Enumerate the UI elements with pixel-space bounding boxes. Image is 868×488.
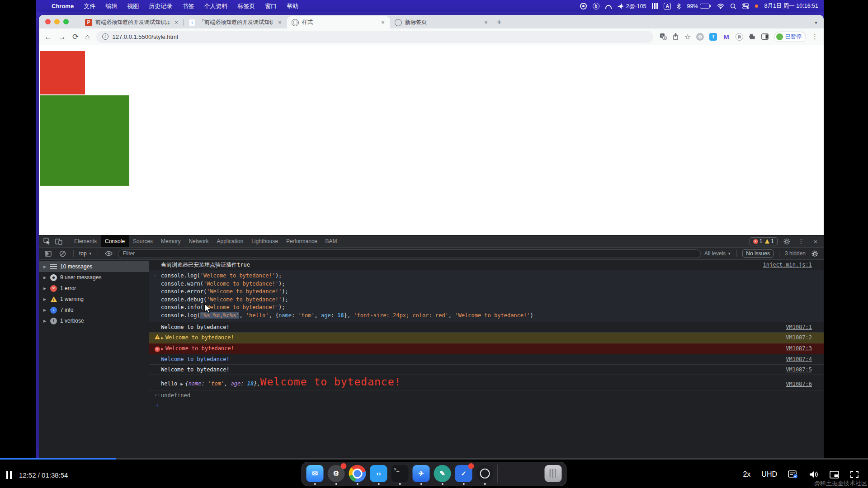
dock-system-app[interactable]: ⚙: [328, 465, 345, 482]
dock-messages-app[interactable]: ✉: [307, 465, 324, 482]
browser-menu-dots-icon[interactable]: ⋮: [811, 33, 818, 41]
translate-icon[interactable]: 文A: [660, 33, 667, 40]
clear-console-icon[interactable]: [57, 249, 68, 258]
progress-bar[interactable]: [0, 458, 868, 460]
menu-item-6[interactable]: 个人资料: [204, 2, 227, 10]
meeting-status-icon[interactable]: 2@·105: [618, 3, 646, 9]
dock-terminal-app[interactable]: >_: [392, 465, 409, 482]
console-prompt[interactable]: ›: [149, 400, 824, 410]
headset-status-icon[interactable]: [605, 4, 612, 9]
battery-indicator[interactable]: 99%ϟ: [687, 3, 711, 9]
sidebar-item-5[interactable]: ▶!1 verbose: [39, 315, 149, 326]
menu-item-1[interactable]: 文件: [84, 2, 95, 10]
devtools-tab-elements[interactable]: Elements: [70, 235, 101, 247]
back-button[interactable]: ←: [44, 33, 52, 41]
sidebar-item-0[interactable]: ▶10 messages: [39, 261, 149, 272]
source-link[interactable]: VM1087:3: [779, 345, 812, 352]
equalizer-status-icon[interactable]: [652, 3, 658, 9]
wifi-icon[interactable]: [717, 4, 724, 9]
devtools-tab-bam[interactable]: BAM: [321, 235, 341, 247]
menu-item-2[interactable]: 编辑: [105, 2, 117, 10]
picture-in-picture-icon[interactable]: [830, 471, 839, 479]
source-link[interactable]: inject.min.js:1: [757, 261, 812, 268]
tab-close-icon[interactable]: ×: [482, 19, 490, 26]
sidebar-item-3[interactable]: ▶!1 warning: [39, 294, 149, 305]
input-source-icon[interactable]: A: [664, 3, 671, 10]
source-link[interactable]: VM1087:4: [779, 356, 812, 363]
volume-icon[interactable]: [809, 470, 819, 479]
devtools-settings-gear-icon[interactable]: [781, 237, 792, 246]
menu-item-0[interactable]: Chrome: [52, 3, 74, 9]
devtools-tab-sources[interactable]: Sources: [129, 235, 157, 247]
devtools-tab-console[interactable]: Console: [101, 235, 129, 247]
expand-caret-icon[interactable]: ▶: [43, 308, 47, 312]
inspect-element-icon[interactable]: [42, 237, 52, 246]
reload-button[interactable]: ⟳: [72, 33, 79, 41]
extension-circle-icon[interactable]: 协: [736, 33, 743, 41]
danmaku-toggle-icon[interactable]: [788, 470, 798, 479]
menu-clock[interactable]: 8月1日 周一 10:16:51: [764, 2, 818, 10]
dock-notes-app[interactable]: ✎: [434, 465, 451, 482]
devtools-tab-lighthouse[interactable]: Lighthouse: [247, 235, 282, 247]
playback-speed-button[interactable]: 2x: [743, 470, 750, 479]
expand-caret-icon[interactable]: ▶: [43, 297, 47, 301]
console-filter-input[interactable]: [118, 249, 701, 258]
bookmark-star-icon[interactable]: ☆: [684, 33, 691, 41]
dock-window-2[interactable]: [524, 465, 541, 482]
sidebar-item-1[interactable]: ▶☻9 user messages: [39, 272, 149, 283]
minimize-window-button[interactable]: [54, 19, 60, 24]
share-icon[interactable]: [672, 33, 679, 40]
tab-close-icon[interactable]: ×: [379, 19, 387, 26]
device-toolbar-icon[interactable]: [53, 237, 64, 246]
expand-caret-icon[interactable]: ▶: [43, 286, 47, 291]
dock-lark-app[interactable]: ✈: [413, 465, 430, 482]
close-window-button[interactable]: [45, 19, 51, 24]
devtools-tab-application[interactable]: Application: [212, 235, 247, 247]
console-sidebar-toggle-icon[interactable]: [42, 249, 53, 258]
browser-tab-3[interactable]: 新标签页×: [390, 16, 493, 28]
source-link[interactable]: VM1087:1: [779, 324, 812, 331]
dock-vscode-app[interactable]: ‹›: [370, 465, 387, 482]
quality-button[interactable]: UHD: [761, 470, 777, 479]
menu-item-5[interactable]: 书签: [182, 2, 194, 10]
extension-t-icon[interactable]: T: [709, 33, 717, 41]
tab-close-icon[interactable]: ×: [173, 19, 180, 26]
expand-caret-icon[interactable]: ▶: [161, 346, 165, 351]
expand-caret-icon[interactable]: ▶: [161, 335, 165, 340]
object-preview[interactable]: {name: 'tom', age: 18},: [185, 380, 260, 387]
side-panel-icon[interactable]: [761, 33, 769, 40]
menu-item-3[interactable]: 视图: [127, 2, 139, 10]
new-tab-button[interactable]: +: [493, 16, 505, 28]
expand-caret-icon[interactable]: ▶: [180, 381, 185, 386]
extension-gray-icon[interactable]: ✿: [696, 33, 704, 41]
no-issues-button[interactable]: No issues: [742, 249, 774, 258]
source-link[interactable]: VM1087:5: [779, 366, 812, 373]
devtools-close-icon[interactable]: ×: [810, 237, 821, 246]
expand-caret-icon[interactable]: ▶: [43, 319, 47, 323]
site-info-icon[interactable]: i: [102, 33, 108, 40]
forward-button[interactable]: →: [58, 33, 66, 41]
address-bar[interactable]: i 127.0.0.1:5500/style.html: [96, 31, 653, 43]
zoom-window-button[interactable]: [63, 19, 69, 24]
source-link[interactable]: VM1087:6: [779, 380, 812, 388]
menu-item-7[interactable]: 标签页: [237, 2, 255, 10]
console-settings-gear-icon[interactable]: [809, 249, 820, 258]
devtools-tab-performance[interactable]: Performance: [282, 235, 321, 247]
dock-window-1[interactable]: [502, 465, 519, 482]
home-button[interactable]: ⌂: [85, 33, 90, 41]
dock-tasks-app[interactable]: ✓: [455, 465, 472, 482]
browser-tab-1[interactable]: ‹「前端必须知道的开发调试知识」×: [184, 16, 287, 28]
menu-item-9[interactable]: 帮助: [287, 2, 298, 10]
b-status-icon[interactable]: b: [593, 3, 599, 9]
tab-close-icon[interactable]: ×: [276, 19, 283, 26]
extension-m-icon[interactable]: M: [722, 33, 730, 41]
search-icon[interactable]: [730, 3, 736, 9]
recording-paused-badge[interactable]: 已暂停: [774, 32, 806, 42]
dock-obs-app[interactable]: [476, 465, 494, 482]
devtools-tab-memory[interactable]: Memory: [157, 235, 184, 247]
bluetooth-icon[interactable]: [677, 3, 681, 9]
eye-live-expression-icon[interactable]: [104, 249, 114, 258]
devtools-menu-dots-icon[interactable]: ⋮: [796, 237, 807, 246]
log-levels-dropdown[interactable]: All levels▼: [704, 250, 731, 257]
menu-item-4[interactable]: 历史记录: [149, 2, 172, 10]
